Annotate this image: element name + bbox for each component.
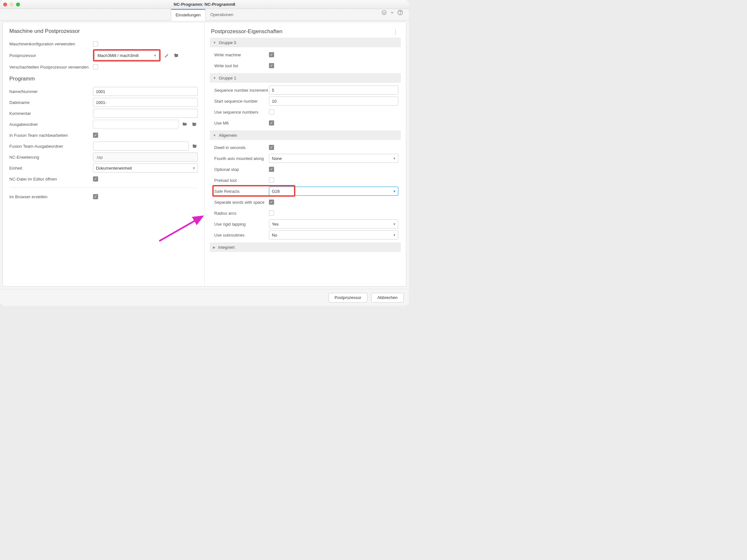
group-1-label: Gruppe 1	[219, 76, 236, 80]
fourth-axis-label: Fourth axis mounted along	[214, 156, 269, 161]
use-nested-pp-checkbox[interactable]	[93, 65, 98, 70]
minimize-window-icon[interactable]	[10, 3, 14, 6]
optional-stop-checkbox[interactable]	[269, 167, 274, 172]
edit-postprocessor-icon[interactable]	[163, 52, 170, 59]
unit-select[interactable]: Dokumenteneinheit ▼	[93, 163, 198, 173]
rigid-tap-select[interactable]: Yes ▼	[269, 220, 398, 229]
dialog-window: NC-Programm: NC-Programm8 Einstellungen …	[0, 0, 409, 306]
start-seq-label: Start sequence number	[214, 99, 269, 104]
right-pane: Postprozessor-Eigenschaften ⋮ ▼ Gruppe 0…	[205, 22, 406, 286]
window-title: NC-Programm: NC-Programm8	[174, 2, 235, 7]
chevron-down-icon: ▼	[393, 233, 396, 237]
tab-bar: Einstellungen Operationen	[0, 9, 409, 21]
rigid-tap-value: Yes	[272, 222, 279, 227]
filename-label: Dateiname	[9, 100, 90, 105]
svg-point-2	[400, 14, 400, 14]
phone-icon[interactable]	[381, 9, 388, 16]
name-number-input[interactable]	[93, 87, 198, 96]
postprocessor-value: Mach3Mill / mach3mill	[98, 53, 139, 58]
use-seq-label: Use sequence numbers	[214, 110, 269, 114]
help-icon[interactable]	[397, 9, 404, 16]
radius-arcs-label: Radius arcs	[214, 211, 269, 215]
close-window-icon[interactable]	[3, 3, 7, 6]
comment-input[interactable]	[93, 109, 198, 118]
safe-retracts-value: G28	[272, 189, 280, 194]
group-0-header[interactable]: ▼ Gruppe 0	[210, 37, 401, 47]
cancel-button[interactable]: Abbrechen	[371, 293, 404, 303]
browse-team-folder-icon[interactable]	[191, 143, 198, 150]
chevron-down-icon[interactable]	[390, 9, 394, 16]
rigid-tap-label: Use rigid tapping	[214, 222, 269, 227]
preload-tool-label: Preload tool	[214, 178, 269, 183]
unit-label: Einheit	[9, 166, 90, 171]
fourth-axis-value: None	[272, 156, 282, 161]
tab-settings[interactable]: Einstellungen	[171, 9, 206, 21]
team-output-input[interactable]	[93, 142, 189, 151]
group-integrated-label: Integriert	[218, 245, 234, 250]
group-general-header[interactable]: ▼ Allgemein	[210, 130, 401, 140]
maximize-window-icon[interactable]	[16, 3, 20, 6]
write-tool-list-checkbox[interactable]	[269, 63, 274, 68]
section-program: Programm	[9, 76, 198, 82]
left-pane: Maschine und Postprozessor Maschinenkonf…	[3, 22, 205, 286]
use-m6-label: Use M6	[214, 121, 269, 126]
sep-words-label: Separate words with space	[214, 200, 269, 205]
use-seq-checkbox[interactable]	[269, 109, 274, 114]
chevron-down-icon: ▼	[393, 157, 396, 160]
postprocessor-select[interactable]: Mach3Mill / mach3mill ▼	[95, 51, 159, 60]
use-machine-config-label: Maschinenkonfiguration verwenden	[9, 42, 90, 46]
browse-output-folder-icon[interactable]	[191, 121, 198, 128]
subroutines-label: Use subroutines	[214, 233, 269, 237]
reset-output-folder-icon[interactable]	[181, 121, 188, 128]
disclosure-down-icon: ▼	[213, 76, 216, 80]
safe-retracts-select[interactable]: G28 ▼	[269, 187, 398, 196]
safe-retracts-label: Safe Retracts	[214, 189, 269, 194]
write-tool-list-label: Write tool list	[214, 63, 269, 68]
use-nested-pp-label: Verschachtelten Postprozessor verwenden	[9, 65, 90, 70]
group-integrated-header[interactable]: ▶ Integriert	[210, 243, 401, 252]
postprocessor-label: Postprozessor	[9, 53, 90, 58]
pp-properties-menu-icon[interactable]: ⋮	[391, 28, 400, 35]
unit-value: Dokumenteneinheit	[96, 166, 132, 171]
subroutines-select[interactable]: No ▼	[269, 230, 398, 239]
dwell-checkbox[interactable]	[269, 145, 274, 150]
seq-inc-label: Sequence number increment	[214, 88, 269, 93]
dwell-label: Dwell in seconds	[214, 145, 269, 150]
post-button[interactable]: Postprozessor	[329, 293, 367, 303]
use-m6-checkbox[interactable]	[269, 120, 274, 126]
filename-input[interactable]	[93, 98, 198, 107]
nc-ext-input[interactable]	[93, 153, 198, 161]
open-in-editor-checkbox[interactable]	[93, 176, 98, 181]
name-number-label: Name/Nummer	[9, 89, 90, 94]
write-machine-checkbox[interactable]	[269, 52, 274, 57]
open-in-editor-label: NC-Datei im Editor öffnen	[9, 177, 90, 181]
window-controls	[3, 3, 20, 6]
output-folder-input[interactable]	[93, 120, 179, 129]
radius-arcs-checkbox[interactable]	[269, 210, 274, 215]
chevron-down-icon: ▼	[153, 54, 157, 57]
subroutines-value: No	[272, 233, 277, 237]
seq-inc-input[interactable]	[269, 85, 398, 95]
section-machine-pp: Maschine und Postprozessor	[9, 28, 198, 34]
pp-properties-title: Postprozessor-Eigenschaften	[211, 28, 282, 35]
fourth-axis-select[interactable]: None ▼	[269, 154, 398, 163]
disclosure-down-icon: ▼	[213, 41, 216, 44]
write-machine-label: Write machine	[214, 52, 269, 57]
preload-tool-checkbox[interactable]	[269, 178, 274, 183]
sep-words-checkbox[interactable]	[269, 200, 274, 205]
group-0-label: Gruppe 0	[219, 40, 236, 45]
disclosure-down-icon: ▼	[213, 133, 216, 137]
group-1-header[interactable]: ▼ Gruppe 1	[210, 73, 401, 83]
chevron-down-icon: ▼	[393, 222, 396, 226]
open-postprocessor-folder-icon[interactable]	[173, 52, 180, 59]
titlebar: NC-Programm: NC-Programm8	[0, 0, 409, 9]
nc-ext-label: NC-Erweiterung	[9, 155, 90, 160]
disclosure-right-icon: ▶	[213, 246, 215, 249]
create-in-browser-checkbox[interactable]	[93, 194, 98, 199]
start-seq-input[interactable]	[269, 97, 398, 106]
chevron-down-icon: ▼	[192, 167, 196, 170]
use-machine-config-checkbox[interactable]	[93, 41, 98, 46]
edit-in-team-checkbox[interactable]	[93, 133, 98, 138]
output-folder-label: Ausgabeordner	[9, 122, 90, 127]
tab-operations[interactable]: Operationen	[206, 9, 238, 20]
